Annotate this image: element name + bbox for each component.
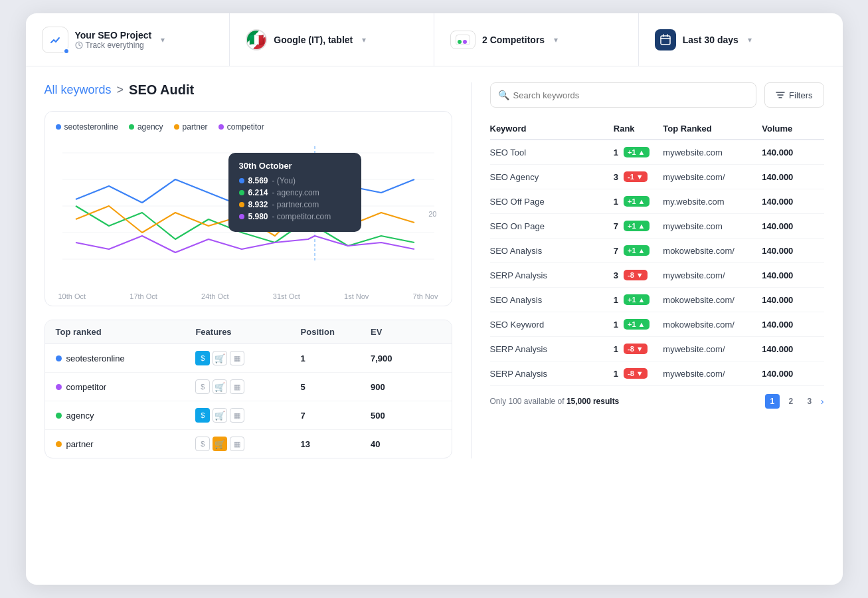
bt-ev: 7,900 bbox=[371, 353, 440, 363]
tooltip-date: 30th October bbox=[239, 161, 351, 171]
page-2[interactable]: 2 bbox=[784, 394, 798, 409]
tooltip-dot bbox=[239, 214, 244, 219]
page-1[interactable]: 1 bbox=[765, 394, 780, 409]
kw-top-ranked: mywebsite.com bbox=[663, 221, 762, 231]
rank-cell: 1 +1 ▲ bbox=[614, 319, 663, 330]
kw-keyword: SEO On Page bbox=[490, 221, 614, 231]
project-chevron: ▾ bbox=[161, 35, 165, 45]
breadcrumb-current: SEO Audit bbox=[129, 82, 194, 98]
search-engine-label: Google (IT), tablet bbox=[274, 35, 353, 45]
rank-cell: 3 -1 ▼ bbox=[614, 171, 663, 182]
bt-ev: 500 bbox=[371, 411, 440, 421]
rank-cell: 1 -8 ▼ bbox=[614, 344, 663, 354]
bt-features: $ 🛒 ▦ bbox=[195, 379, 300, 394]
table-row: SEO Agency 3 -1 ▼ mywebsite.com/ 140.000 bbox=[490, 165, 824, 189]
kw-volume: 140.000 bbox=[762, 320, 824, 330]
bt-name: seotesteronline bbox=[56, 353, 196, 363]
main-card: Your SEO Project Track everything ▾ 🇮🇹 G… bbox=[26, 13, 843, 585]
bt-name: competitor bbox=[56, 382, 196, 392]
kw-volume: 140.000 bbox=[762, 172, 824, 182]
kw-volume: 140.000 bbox=[762, 369, 824, 379]
bt-position: 1 bbox=[301, 353, 371, 363]
bt-position: 13 bbox=[301, 439, 371, 449]
bt-ev: 40 bbox=[371, 439, 440, 449]
kw-col-volume: Volume bbox=[762, 124, 824, 134]
competitors-selector[interactable]: 2 Competitors ▾ bbox=[434, 13, 639, 66]
kw-top-ranked: mywebsite.com/ bbox=[663, 270, 762, 280]
project-sub: Track everything bbox=[75, 41, 152, 50]
page-3[interactable]: 3 bbox=[802, 394, 817, 409]
feature-icon-cart-filled: 🛒 bbox=[213, 437, 227, 451]
filter-icon bbox=[776, 90, 785, 100]
kw-volume: 140.000 bbox=[762, 344, 824, 354]
tooltip-row-3: 5.980 - competitor.com bbox=[239, 212, 351, 221]
feature-icon-filled: $ bbox=[195, 351, 210, 365]
feature-icon-img: ▦ bbox=[230, 351, 244, 365]
kw-top-ranked: mokowebsite.com/ bbox=[663, 295, 762, 305]
breadcrumb: All keywords > SEO Audit bbox=[44, 82, 452, 98]
tooltip-row-1: 6.214 - agency.com bbox=[239, 188, 351, 197]
breadcrumb-link[interactable]: All keywords bbox=[44, 83, 112, 97]
bt-ev: 900 bbox=[371, 382, 440, 392]
search-input[interactable] bbox=[490, 82, 757, 108]
project-name: Your SEO Project bbox=[75, 30, 152, 41]
svg-rect-1 bbox=[661, 36, 670, 45]
page-next[interactable]: › bbox=[821, 396, 824, 407]
tooltip-row-0: 8.569 - (You) bbox=[239, 176, 351, 185]
bt-name: partner bbox=[56, 439, 196, 449]
feature-icon-img: ▦ bbox=[230, 408, 244, 423]
kw-top-ranked: mokowebsite.com/ bbox=[663, 246, 762, 256]
kw-keyword: SERP Analysis bbox=[490, 369, 614, 379]
rank-badge-green: +1 ▲ bbox=[624, 319, 650, 330]
chart-container: seotesteronline agency partner competito… bbox=[44, 111, 452, 306]
rank-badge-red: -8 ▼ bbox=[624, 368, 648, 379]
feature-icon-filled: $ bbox=[195, 408, 210, 423]
bt-name: agency bbox=[56, 411, 196, 421]
flag-icon: 🇮🇹 bbox=[246, 29, 267, 50]
tooltip-dot bbox=[239, 178, 244, 183]
legend-competitor: competitor bbox=[218, 122, 264, 132]
search-engine-chevron: ▾ bbox=[362, 35, 366, 45]
bt-col-position: Position bbox=[301, 327, 371, 337]
date-chevron: ▾ bbox=[748, 35, 752, 45]
date-selector[interactable]: Last 30 days ▾ bbox=[639, 13, 843, 66]
search-bar: 🔍 Filters bbox=[490, 82, 824, 108]
kw-col-topranked: Top Ranked bbox=[663, 124, 762, 134]
pagination-note: Only 100 available of 15,000 results bbox=[490, 397, 620, 406]
kw-volume: 140.000 bbox=[762, 221, 824, 231]
tooltip-dot bbox=[239, 202, 244, 207]
right-panel: 🔍 Filters Keyword Rank Top Ranked Volume bbox=[471, 82, 824, 458]
feature-icon-img: ▦ bbox=[230, 437, 244, 451]
rank-badge-red: -8 ▼ bbox=[624, 344, 648, 354]
bottom-table: Top ranked Features Position EV seoteste… bbox=[44, 320, 452, 458]
table-row: SEO Analysis 7 +1 ▲ mokowebsite.com/ 140… bbox=[490, 239, 824, 263]
bt-position: 5 bbox=[301, 382, 371, 392]
project-selector[interactable]: Your SEO Project Track everything ▾ bbox=[26, 13, 230, 66]
legend-agency: agency bbox=[129, 122, 163, 132]
rank-cell: 1 +1 ▲ bbox=[614, 294, 663, 305]
feature-icon-cart: 🛒 bbox=[213, 351, 227, 365]
table-row: seotesteronline $ 🛒 ▦ 1 7,900 bbox=[45, 344, 452, 373]
bt-features: $ 🛒 ▦ bbox=[195, 437, 300, 451]
table-row: SERP Analysis 1 -8 ▼ mywebsite.com/ 140.… bbox=[490, 361, 824, 386]
content-area: All keywords > SEO Audit seotesteronline… bbox=[26, 66, 843, 474]
kw-col-keyword: Keyword bbox=[490, 124, 614, 134]
bt-col-ev: EV bbox=[371, 327, 440, 337]
rank-cell: 1 +1 ▲ bbox=[614, 196, 663, 207]
competitors-chevron: ▾ bbox=[554, 35, 558, 45]
table-row: agency $ 🛒 ▦ 7 500 bbox=[45, 401, 452, 430]
calendar-icon bbox=[655, 29, 676, 50]
bt-position: 7 bbox=[301, 411, 371, 421]
rank-cell: 1 -8 ▼ bbox=[614, 368, 663, 379]
kw-keyword: SEO Keyword bbox=[490, 320, 614, 330]
project-icon bbox=[42, 27, 68, 53]
top-bar: Your SEO Project Track everything ▾ 🇮🇹 G… bbox=[26, 13, 843, 66]
chart-legend: seotesteronline agency partner competito… bbox=[56, 122, 441, 132]
rank-cell: 3 -8 ▼ bbox=[614, 270, 663, 280]
chart-svg-wrapper: 30th October 8.569 - (You) 6.214 - agenc… bbox=[56, 140, 441, 288]
competitors-label: 2 Competitors bbox=[482, 35, 545, 45]
filter-button[interactable]: Filters bbox=[764, 82, 824, 108]
page-numbers: 1 2 3 › bbox=[765, 394, 824, 409]
chart-y-label: 20 bbox=[428, 210, 436, 218]
search-engine-selector[interactable]: 🇮🇹 Google (IT), tablet ▾ bbox=[230, 13, 434, 66]
